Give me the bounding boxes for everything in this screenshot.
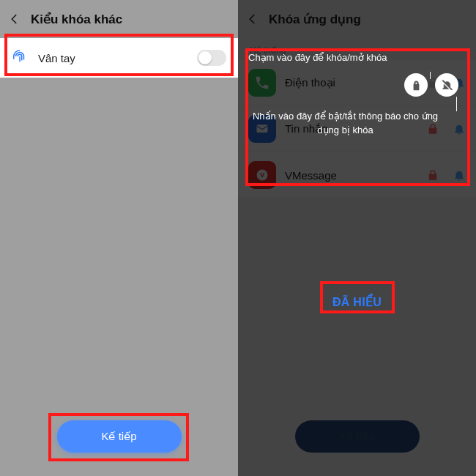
coach-bell-off-icon [435,73,458,97]
coach-icons [404,73,458,97]
fingerprint-label: Vân tay [38,52,187,64]
screen-app-lock: Khóa ứng dụng Hệ thống Điện thoại Tin nh… [238,0,476,476]
tip-notify: Nhấn vào đây để bật/tắt thông báo cho ứn… [251,110,439,138]
tip-lock: Chạm vào đây để khóa/mở khóa [248,51,466,69]
back-button[interactable] [6,10,23,28]
next-button-label: Kế tiếp [101,430,136,443]
fingerprint-row[interactable]: Vân tay [0,38,238,78]
tutorial-overlay [238,0,476,476]
got-it-button[interactable]: ĐÃ HIỂU [324,289,390,315]
fingerprint-toggle[interactable] [197,50,226,66]
coach-lock-icon [404,73,428,97]
header: Kiểu khóa khác [0,0,238,38]
fingerprint-icon [12,48,28,67]
next-button[interactable]: Kế tiếp [57,420,182,453]
screen-other-lock-type: Kiểu khóa khác Vân tay Kế tiếp [0,0,238,476]
pointer-line [456,97,457,111]
page-title: Kiểu khóa khác [31,12,122,27]
